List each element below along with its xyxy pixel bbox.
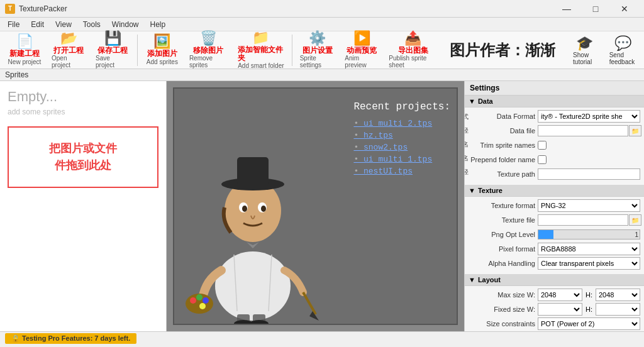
drop-zone-text: 把图片或文件件拖到此处 [49,142,117,172]
menu-edit[interactable]: Edit [26,19,49,30]
recent-project-link[interactable]: nestUI.tps [353,167,450,176]
add-sprites-icon: 🖼️ [153,35,170,48]
data-file-browse-button[interactable]: 📁 [629,125,641,136]
new-project-button[interactable]: 📄 新建工程 New project [3,32,47,67]
texture-section-content: Texture format PNG-32 Texture file 📁 Png… [465,197,644,274]
app-title: TexturePacker [19,4,67,13]
svg-point-11 [203,297,209,304]
drop-zone[interactable]: 把图片或文件件拖到此处 [8,126,158,188]
max-size-row: Max size W: 2048 H: 2048 [469,289,640,301]
trim-checkbox[interactable] [538,141,547,150]
sprite-settings-en-label: Sprite settings [300,55,335,69]
menu-window[interactable]: Window [107,19,144,30]
trim-row: Trim sprite names [469,139,640,151]
max-size-h-select[interactable]: 2048 [596,289,640,301]
open-project-button[interactable]: 📂 打开工程 Open project [47,29,91,71]
save-project-cn-label: 保存工程 [97,47,128,55]
canvas-board: Recent projects: ui_multi_2.tpshz.tpssno… [173,87,458,325]
menu-help[interactable]: Help [145,19,171,30]
recent-projects-list: ui_multi_2.tpshz.tpssnow2.tpsui_multi_1.… [353,119,450,176]
close-button[interactable]: ✕ [610,0,639,18]
recent-project-link[interactable]: hz.tps [353,131,450,140]
texture-file-input[interactable] [538,214,628,226]
maximize-button[interactable]: □ [581,0,610,18]
fixed-size-w-select[interactable] [538,303,582,316]
texture-format-label: Texture format [469,202,538,209]
add-smart-folder-cn-label: 添加智能文件夹 [238,46,284,62]
pixel-format-select[interactable]: RGBA8888 [538,243,640,255]
settings-panel: Settings ▼ Data 图集格式 导出文件路径 去掉图片的后缀名 前置文… [464,81,644,331]
pro-status-badge: 🔒 Testing Pro Features: 7 days left. [5,333,136,344]
new-project-en-label: New project [8,58,42,65]
cn-format: 图集格式 [464,110,469,124]
anim-preview-en-label: Anim preview [345,55,379,69]
menu-tools[interactable]: Tools [78,19,106,30]
anim-preview-button[interactable]: ▶️ 动画预览 Anim preview [340,29,384,71]
anim-preview-cn-label: 动画预览 [347,47,377,55]
toolbar: 📄 新建工程 New project 📂 打开工程 Open project 💾… [0,31,644,69]
add-sprites-button[interactable]: 🖼️ 添加图片 Add sprites [140,32,184,67]
fixed-size-row: Fixed size W: H: [469,303,640,316]
recent-project-link[interactable]: snow2.tps [353,143,450,152]
layout-section-header[interactable]: ▼ Layout [465,274,644,286]
texture-section-header[interactable]: ▼ Texture [465,185,644,197]
prepend-checkbox[interactable] [538,155,547,164]
open-project-en-label: Open project [52,55,86,69]
data-file-label: Data file [469,127,538,135]
remove-sprites-icon: 🗑️ [200,31,217,45]
menu-view[interactable]: View [50,19,77,30]
size-constraints-select[interactable]: POT (Power of 2) [538,317,640,330]
recent-project-link[interactable]: ui_multi_2.tps [353,119,450,128]
texture-format-select[interactable]: PNG-32 [538,199,640,212]
texture-file-browse-button[interactable]: 📁 [629,214,641,226]
alpha-handling-select[interactable]: Clear transparent pixels [538,257,640,270]
layout-section-arrow: ▼ [469,276,475,284]
feedback-label: Send feedback [609,52,636,65]
add-smart-folder-button[interactable]: 📁 添加智能文件夹 Add smart folder [233,28,289,72]
send-feedback-button[interactable]: 💬 Send feedback [604,34,641,67]
menu-file[interactable]: File [3,19,25,30]
add-smart-folder-en-label: Add smart folder [238,62,284,69]
png-opt-value: 1 [635,230,638,240]
recent-projects-panel: Recent projects: ui_multi_2.tpshz.tpssno… [353,101,450,179]
sprites-empty-title: Empty... [8,89,158,105]
texture-path-label: Texture path [469,170,538,178]
fixed-size-h-label: H: [584,303,594,316]
fixed-size-h-select[interactable] [596,303,640,316]
layout-section-label: Layout [478,276,501,284]
save-project-button[interactable]: 💾 保存工程 Save project [91,29,135,71]
png-opt-fill [538,230,553,239]
cn-export-path: 导出文件路径 [464,124,469,138]
anim-preview-icon: ▶️ [353,31,370,45]
recent-project-link[interactable]: ui_multi_1.tps [353,155,450,164]
sprites-empty-sub: add some sprites [8,107,158,116]
open-project-icon: 📂 [60,31,77,45]
texture-section-arrow: ▼ [469,187,475,194]
data-format-select[interactable]: ity® - Texture2D sprite she [538,110,640,123]
png-opt-slider[interactable]: 1 [538,229,640,240]
remove-sprites-button[interactable]: 🗑️ 移除图片 Remove sprites [184,29,233,71]
minimize-button[interactable]: — [552,0,581,18]
data-format-row: Data Format ity® - Texture2D sprite she [469,110,640,123]
character-illustration [180,110,325,324]
show-tutorial-button[interactable]: 🎓 Show tutorial [568,34,602,67]
data-section-header[interactable]: ▼ Data [465,96,644,107]
remove-sprites-cn-label: 移除图片 [193,47,223,55]
svg-point-9 [190,297,196,304]
sprite-settings-button[interactable]: ⚙️ 图片设置 Sprite settings [295,29,340,71]
save-project-icon: 💾 [104,31,121,45]
svg-point-10 [196,294,203,300]
artist-credit: 图片作者：渐渐 [442,38,563,63]
size-constraints-label: Size constraints [469,320,538,328]
data-file-input[interactable] [538,125,628,136]
pixel-format-label: Pixel format [469,245,538,253]
max-size-w-select[interactable]: 2048 [538,289,582,301]
texture-path-input[interactable] [538,168,640,180]
settings-title: Settings [465,81,644,96]
publish-button[interactable]: 📤 导出图集 Publish sprite sheet [384,29,442,71]
publish-cn-label: 导出图集 [398,47,428,55]
svg-point-7 [261,206,266,212]
data-section-arrow: ▼ [469,97,475,105]
data-section-label: Data [478,97,493,105]
png-opt-label: Png Opt Level [469,231,538,238]
